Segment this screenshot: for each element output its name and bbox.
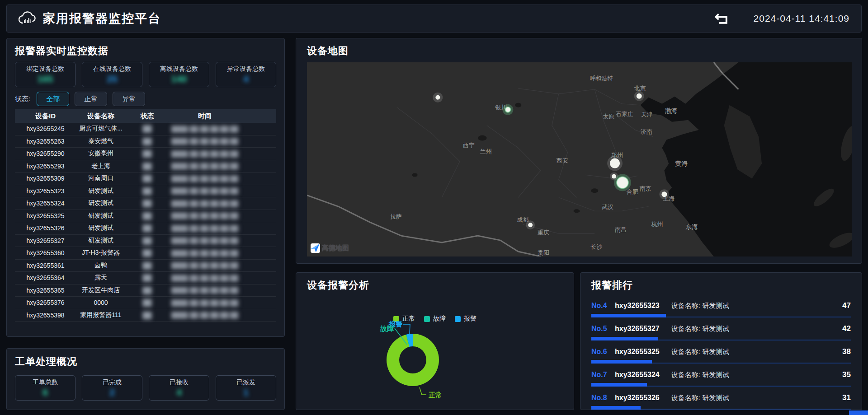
legend-item-报警[interactable]: 报警 [455, 315, 476, 323]
rank-device-name: 设备名称: 研发测试 [671, 302, 729, 310]
cell-status-redacted: ██ [126, 125, 169, 132]
donut-hole [399, 346, 426, 373]
amap-attribution[interactable]: 高德地图 [311, 243, 349, 253]
cell-device-name: 研发测试 [76, 212, 126, 220]
cell-device-id: hxy32655398 [15, 312, 76, 319]
cell-status-redacted: ██ [126, 187, 169, 195]
cell-status-redacted: ██ [126, 212, 169, 219]
legend-swatch [455, 316, 461, 322]
legend-item-正常[interactable]: 正常 [393, 315, 415, 323]
filter-button-全部[interactable]: 全部 [37, 92, 69, 106]
map-marker[interactable] [502, 104, 513, 115]
sea-label-黄海: 黄海 [675, 160, 688, 167]
map-panel-title: 设备地图 [307, 44, 851, 58]
corner-accent [849, 410, 868, 415]
rank-bar [591, 314, 851, 317]
cell-device-name: 研发测试 [76, 237, 126, 245]
stat-box: 在线设备总数25 [82, 62, 142, 87]
stat-label: 已派发 [236, 378, 255, 387]
table-row: hxy326553760000██████-██-██ ██:██:██ [15, 297, 276, 309]
legend-item-故障[interactable]: 故障 [424, 315, 446, 323]
table-row: hxy32655323研发测试██████-██-██ ██:██:██ [15, 185, 276, 198]
device-map[interactable]: 呼和浩特北京渤海太原石家庄天津济南西宁兰州银川郑州西安黄海南京合肥上海武汉成都杭… [307, 62, 852, 256]
cell-time-redacted: ████-██-██ ██:██:██ [169, 187, 241, 194]
table-row: hxy32655360JT-H3-报警器██████-██-██ ██:██:█… [15, 247, 276, 260]
rank-item: No.6hxy32655325设备名称: 研发测试38 [591, 347, 851, 364]
cell-device-id: hxy32655323 [15, 187, 76, 195]
cell-time-redacted: ████-██-██ ██:██:██ [169, 163, 241, 169]
cell-time-redacted: ████-██-██ ██:██:██ [169, 299, 241, 306]
city-label-西安: 西安 [557, 157, 568, 164]
table-row: hxy32655326研发测试██████-██-██ ██:██:██ [15, 222, 276, 235]
table-row: hxy32655293老上海██████-██-██ ██:██:██ [15, 160, 276, 173]
workorder-stats: 工单总数6已完成2已接收4已派发1 [15, 375, 276, 401]
stat-box: 已接收4 [149, 375, 209, 401]
map-marker[interactable] [659, 189, 669, 199]
city-label-太原: 太原 [603, 113, 614, 120]
rank-device-name: 设备名称: 研发测试 [671, 394, 729, 402]
cell-device-id: hxy32655309 [15, 175, 76, 182]
amap-label: 高德地图 [322, 244, 349, 252]
stat-label: 工单总数 [33, 378, 58, 387]
rank-number: No.6 [591, 348, 615, 356]
table-row: hxy32655290安徽亳州██████-██-██ ██:██:██ [15, 148, 276, 160]
legend-label: 报警 [464, 315, 476, 323]
cell-time-redacted: ████-██-██ ██:██:██ [169, 175, 241, 182]
cell-status-redacted: ██ [126, 237, 169, 244]
cell-device-name: 河南周口 [76, 174, 126, 182]
stat-value: 4 [243, 74, 249, 84]
cell-time-redacted: ████-██-██ ██:██:██ [169, 250, 241, 256]
rank-number: No.8 [591, 394, 615, 402]
cell-status-redacted: ██ [126, 138, 169, 145]
cell-device-id: hxy32655361 [15, 262, 76, 269]
cell-status-redacted: ██ [126, 224, 169, 232]
map-marker[interactable] [607, 156, 623, 171]
cell-status-redacted: ██ [126, 163, 169, 170]
return-arrow-icon[interactable] [715, 12, 729, 25]
city-label-呼和浩特: 呼和浩特 [590, 75, 613, 82]
map-marker[interactable] [526, 220, 535, 229]
city-label-武汉: 武汉 [601, 204, 613, 210]
city-label-拉萨: 拉萨 [390, 213, 402, 220]
table-row: hxy32655361卤鸭██████-██-██ ██:██:██ [15, 260, 276, 272]
stat-label: 绑定设备总数 [26, 65, 64, 73]
city-label-贵阳: 贵阳 [538, 249, 549, 256]
filter-button-正常[interactable]: 正常 [75, 92, 107, 106]
cell-device-name: 研发测试 [76, 199, 126, 207]
cell-time-redacted: ████-██-██ ██:██:██ [169, 212, 241, 219]
map-marker[interactable] [433, 93, 443, 103]
cell-device-id: hxy32655326 [15, 224, 76, 232]
table-row: hxy32655263泰安燃气██████-██-██ ██:██:██ [15, 135, 276, 148]
rank-device-name: 设备名称: 研发测试 [671, 325, 729, 333]
map-marker[interactable] [634, 91, 644, 101]
cloud-signal-icon [19, 11, 37, 26]
col-status: 状态 [126, 112, 169, 121]
cell-status-redacted: ██ [126, 274, 169, 281]
table-row: hxy32655327研发测试██████-██-██ ██:██:██ [15, 235, 276, 247]
cell-time-redacted: ████-██-██ ██:██:██ [169, 126, 241, 132]
col-device-id: 设备ID [15, 112, 76, 121]
sea-label-渤海: 渤海 [665, 107, 677, 114]
col-time: 时间 [169, 112, 241, 121]
stat-box: 离线设备总数140 [149, 62, 209, 87]
cell-device-name: 卤鸭 [76, 261, 126, 270]
device-table: 设备ID 设备名称 状态 时间 hxy32655245厨房可燃气体...████… [15, 109, 276, 322]
workorder-panel: 工单处理概况 工单总数6已完成2已接收4已派发1 [6, 348, 285, 410]
table-row: hxy32655365开发区牛肉店██████-██-██ ██:██:██ [15, 284, 276, 297]
table-row: hxy32655398家用报警器111██████-██-██ ██:██:██ [15, 309, 276, 322]
map-marker[interactable] [614, 174, 631, 191]
stat-box: 已完成2 [82, 375, 142, 401]
table-row: hxy32655324研发测试██████-██-██ ██:██:██ [15, 197, 276, 210]
cell-time-redacted: ████-██-██ ██:██:██ [169, 150, 241, 157]
cell-device-name: 研发测试 [76, 187, 126, 195]
rank-item: No.5hxy32655327设备名称: 研发测试42 [591, 324, 851, 340]
rank-item: No.4hxy32655323设备名称: 研发测试47 [591, 301, 851, 317]
cell-device-id: hxy32655365 [15, 287, 76, 294]
city-label-西宁: 西宁 [463, 142, 475, 149]
col-device-name: 设备名称 [76, 112, 126, 121]
filter-button-异常[interactable]: 异常 [113, 92, 145, 106]
cell-time-redacted: ████-██-██ ██:██:██ [169, 237, 241, 244]
cell-device-id: hxy32655290 [15, 150, 76, 157]
cell-device-id: hxy32655245 [15, 125, 76, 132]
stat-label: 离线设备总数 [160, 65, 198, 73]
